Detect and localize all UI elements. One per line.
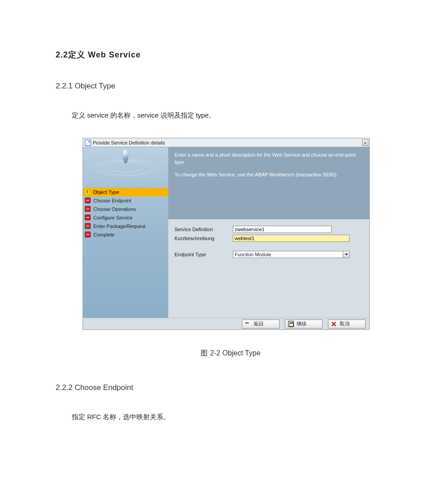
water-drop-graphic bbox=[99, 149, 153, 187]
continue-button-label: 继续 bbox=[297, 320, 306, 327]
cancel-icon bbox=[331, 321, 337, 327]
endpoint-type-dropdown[interactable]: Function Module bbox=[233, 251, 350, 258]
dialog-title: Provide Service Definition details bbox=[93, 140, 165, 145]
cancel-button-label: 取消 bbox=[340, 320, 350, 327]
chevron-down-icon[interactable] bbox=[343, 251, 349, 258]
instruction-line-1: Enter a name and a short description for… bbox=[175, 152, 363, 166]
dialog-main: Enter a name and a short description for… bbox=[168, 147, 369, 318]
wizard-step-object-type[interactable]: Object Type bbox=[83, 188, 168, 196]
wizard-sidebar: Object Type Choose Endpoint Choose Opera… bbox=[83, 147, 168, 318]
warning-icon bbox=[85, 189, 90, 194]
figure-caption: 图 2‑2 Object Type bbox=[83, 349, 379, 358]
endpoint-type-label: Endpoint Type bbox=[175, 252, 233, 257]
dialog-titlebar: Provide Service Definition details bbox=[83, 138, 369, 147]
service-definition-label: Service Definition bbox=[175, 227, 233, 232]
close-icon[interactable] bbox=[362, 140, 368, 146]
paragraph-2: 指定 RFC 名称，选中映射关系。 bbox=[72, 413, 424, 421]
section-heading: 2.2定义 Web Service bbox=[56, 49, 424, 60]
service-definition-field[interactable] bbox=[233, 226, 332, 233]
wizard-step-choose-endpoint[interactable]: Choose Endpoint bbox=[83, 196, 168, 205]
stop-icon bbox=[85, 223, 91, 229]
subsection-heading-2: 2.2.2 Choose Endpoint bbox=[56, 383, 424, 392]
arrow-left-icon bbox=[245, 321, 251, 327]
paragraph-1: 定义 service 的名称，service 说明及指定 type。 bbox=[72, 111, 424, 120]
instruction-panel: Enter a name and a short description for… bbox=[168, 147, 369, 219]
wizard-step-label: Configure Service bbox=[93, 215, 132, 220]
wizard-step-enter-package[interactable]: Enter Package/Request bbox=[83, 222, 168, 230]
dialog-body: Object Type Choose Endpoint Choose Opera… bbox=[83, 147, 369, 318]
wizard-step-complete[interactable]: Complete bbox=[83, 230, 168, 239]
wizard-step-configure-service[interactable]: Configure Service bbox=[83, 213, 168, 222]
endpoint-type-value: Function Module bbox=[235, 252, 271, 257]
kurzbeschreibung-field[interactable] bbox=[233, 235, 350, 242]
save-icon bbox=[288, 321, 294, 327]
sap-dialog: Provide Service Definition details Objec… bbox=[83, 138, 370, 330]
wizard-step-label: Choose Operations bbox=[93, 206, 136, 212]
wizard-step-label: Complete bbox=[93, 232, 114, 237]
dialog-buttonbar: 返回 继续 取消 bbox=[83, 318, 369, 329]
back-button-label: 返回 bbox=[254, 320, 263, 327]
document-icon bbox=[85, 140, 91, 146]
wizard-step-label: Enter Package/Request bbox=[93, 224, 145, 229]
back-button[interactable]: 返回 bbox=[242, 320, 280, 329]
cancel-button[interactable]: 取消 bbox=[328, 320, 366, 329]
continue-button[interactable]: 继续 bbox=[285, 320, 323, 329]
wizard-step-label: Choose Endpoint bbox=[93, 198, 131, 203]
wizard-step-choose-operations[interactable]: Choose Operations bbox=[83, 205, 168, 213]
stop-icon bbox=[85, 206, 91, 212]
stop-icon bbox=[85, 232, 91, 237]
subsection-heading-1: 2.2.1 Object Type bbox=[56, 82, 424, 91]
wizard-step-label: Object Type bbox=[93, 189, 119, 195]
stop-icon bbox=[85, 197, 91, 203]
kurzbeschreibung-label: Kurzbeschreibung bbox=[175, 236, 233, 241]
form-panel: Service Definition Kurzbeschreibung Endp… bbox=[168, 219, 369, 318]
instruction-line-2: To change the Web Service, use the ABAP … bbox=[175, 171, 363, 179]
stop-icon bbox=[85, 215, 91, 220]
